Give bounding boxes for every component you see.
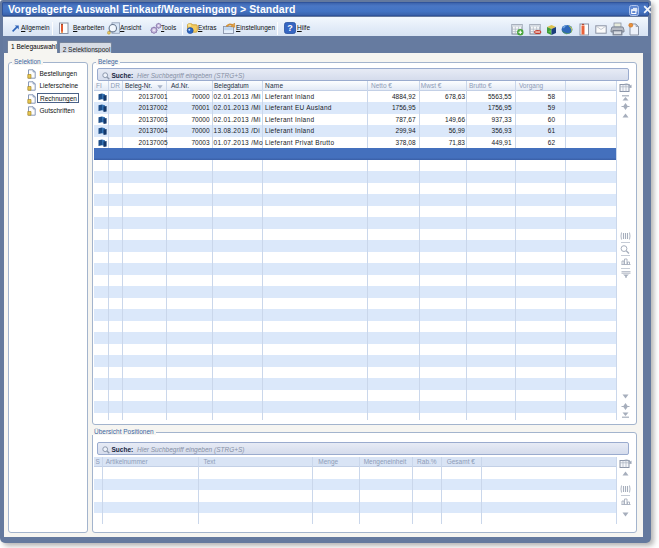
- svg-text:?: ?: [287, 23, 293, 33]
